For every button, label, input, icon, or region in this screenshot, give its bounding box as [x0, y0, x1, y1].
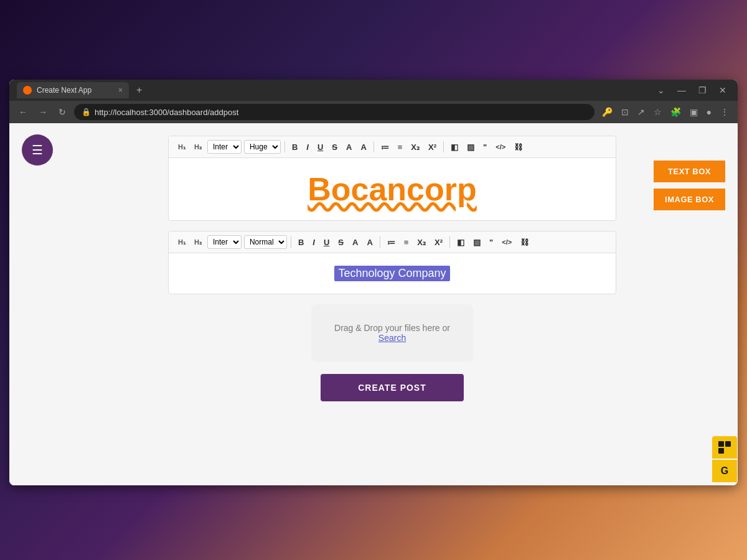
- bold-button-2[interactable]: B: [295, 236, 307, 248]
- strikethrough-button-1[interactable]: S: [329, 141, 341, 153]
- page-content: ☰ TEXT BOX IMAGE BOX H₁ H₂ Inter Huge: [9, 123, 738, 485]
- font-color-button-1[interactable]: A: [343, 141, 355, 153]
- blockquote-button-2[interactable]: ": [486, 236, 496, 248]
- drag-drop-search-link[interactable]: Search: [378, 333, 406, 343]
- browser-titlebar: Create Next App × + ⌄ — ❐ ✕: [9, 80, 738, 101]
- new-tab-btn[interactable]: +: [131, 85, 147, 96]
- bold-button-1[interactable]: B: [289, 141, 301, 153]
- subscript-button-2[interactable]: X₂: [414, 236, 429, 248]
- grid-icon: [718, 441, 731, 454]
- font-highlight-button-2[interactable]: A: [364, 236, 375, 248]
- title-editor-toolbar: H₁ H₂ Inter Huge B I U S A A ≔: [169, 136, 616, 158]
- window-minimize-btn[interactable]: —: [674, 84, 690, 96]
- letter-g-icon: G: [721, 465, 728, 477]
- title-editor-box: H₁ H₂ Inter Huge B I U S A A ≔: [168, 136, 616, 221]
- text-box-button[interactable]: TEXT BOX: [654, 161, 725, 182]
- font-select-2[interactable]: Inter: [207, 235, 242, 249]
- create-post-button[interactable]: CREATE POST: [321, 374, 464, 401]
- tab-close-btn[interactable]: ×: [118, 86, 123, 95]
- letter-widget-icon[interactable]: G: [712, 460, 737, 482]
- font-color-button-2[interactable]: A: [349, 236, 361, 248]
- italic-button-2[interactable]: I: [309, 236, 318, 248]
- window-close-btn[interactable]: ✕: [715, 84, 730, 96]
- refresh-button[interactable]: ↻: [55, 106, 69, 118]
- h1-button-1[interactable]: H₁: [175, 142, 189, 152]
- underline-button-2[interactable]: U: [321, 236, 332, 248]
- browser-window: Create Next App × + ⌄ — ❐ ✕ ← → ↻ 🔒 http…: [9, 80, 738, 485]
- h1-button-2[interactable]: H₁: [175, 237, 189, 248]
- font-select-1[interactable]: Inter: [207, 140, 242, 154]
- menu-icon[interactable]: ⋮: [718, 106, 731, 118]
- bottom-right-widgets: G: [712, 436, 737, 482]
- unordered-list-button-1[interactable]: ≡: [395, 141, 406, 153]
- password-icon[interactable]: 🔑: [599, 106, 615, 118]
- superscript-button-1[interactable]: X²: [425, 141, 439, 153]
- italic-button-1[interactable]: I: [303, 141, 312, 153]
- unordered-list-button-2[interactable]: ≡: [401, 236, 412, 248]
- code-button-1[interactable]: </>: [492, 142, 509, 152]
- code-button-2[interactable]: </>: [499, 237, 515, 247]
- browser-toolbar-icons: 🔑 ⊡ ↗ ☆ 🧩 ▣ ● ⋮: [599, 106, 731, 118]
- font-highlight-button-1[interactable]: A: [357, 141, 369, 153]
- url-text: http://localhost:3000/dashboard/addpost: [95, 108, 238, 117]
- sidebar-icon[interactable]: ▣: [687, 106, 700, 118]
- subtitle-editor-content[interactable]: Technology Company: [169, 253, 616, 294]
- image-box-button[interactable]: IMAGE BOX: [654, 189, 725, 210]
- browser-tab-active[interactable]: Create Next App ×: [17, 82, 129, 98]
- separator-6: [449, 236, 450, 248]
- align-right-button-1[interactable]: ▨: [464, 141, 477, 153]
- window-maximize-btn[interactable]: ❐: [695, 84, 710, 96]
- extensions-icon[interactable]: 🧩: [668, 106, 684, 118]
- ordered-list-button-1[interactable]: ≔: [378, 141, 392, 153]
- profile-icon[interactable]: ●: [704, 106, 714, 118]
- size-select-1[interactable]: Huge: [244, 140, 281, 154]
- hamburger-icon: ☰: [32, 142, 43, 157]
- technology-company-text: Technology Company: [334, 266, 449, 281]
- editor-container: H₁ H₂ Inter Huge B I U S A A ≔: [118, 136, 629, 401]
- align-left-button-2[interactable]: ◧: [454, 236, 467, 248]
- back-button[interactable]: ←: [16, 106, 31, 118]
- subtitle-editor-toolbar: H₁ H₂ Inter Normal B I U S A A: [169, 231, 616, 253]
- underline-button-1[interactable]: U: [314, 141, 326, 153]
- file-drop-area[interactable]: Drag & Drop your files here or Search: [311, 304, 473, 362]
- link-button-2[interactable]: ⛓: [517, 236, 532, 248]
- h2-button-2[interactable]: H₂: [191, 237, 205, 248]
- ordered-list-button-2[interactable]: ≔: [384, 236, 398, 248]
- bookmark-icon[interactable]: ☆: [651, 106, 664, 118]
- separator-5: [380, 236, 380, 248]
- bocancorp-title: Bocancorp: [308, 170, 477, 208]
- h2-button-1[interactable]: H₂: [191, 142, 205, 152]
- separator-3: [443, 141, 444, 152]
- forward-button[interactable]: →: [35, 106, 50, 118]
- address-bar[interactable]: 🔒 http://localhost:3000/dashboard/addpos…: [74, 104, 594, 120]
- superscript-button-2[interactable]: X²: [431, 236, 446, 248]
- share-icon[interactable]: ↗: [635, 106, 647, 118]
- subscript-button-1[interactable]: X₂: [408, 141, 423, 153]
- blockquote-button-1[interactable]: ": [480, 141, 490, 153]
- tab-title: Create Next App: [37, 86, 92, 95]
- separator-2: [374, 141, 374, 152]
- strikethrough-button-2[interactable]: S: [335, 236, 347, 248]
- separator-4: [291, 236, 291, 248]
- tab-group: Create Next App × +: [17, 82, 649, 98]
- window-controls: ⌄ — ❐ ✕: [654, 84, 730, 96]
- title-editor-content[interactable]: Bocancorp: [169, 158, 616, 220]
- link-button-1[interactable]: ⛓: [511, 141, 525, 153]
- browser-toolbar: ← → ↻ 🔒 http://localhost:3000/dashboard/…: [9, 101, 738, 123]
- tab-favicon: [23, 86, 32, 95]
- subtitle-editor-box: H₁ H₂ Inter Normal B I U S A A: [168, 231, 616, 294]
- hamburger-button[interactable]: ☰: [22, 134, 53, 166]
- drag-drop-text: Drag & Drop your files here or: [334, 323, 450, 333]
- separator-1: [284, 141, 285, 152]
- grid-widget-icon[interactable]: [712, 436, 737, 459]
- size-select-2[interactable]: Normal: [244, 235, 287, 249]
- window-collapse-btn[interactable]: ⌄: [654, 84, 669, 96]
- capture-icon[interactable]: ⊡: [619, 106, 631, 118]
- side-buttons-panel: TEXT BOX IMAGE BOX: [654, 161, 725, 210]
- align-left-button-1[interactable]: ◧: [448, 141, 461, 153]
- align-right-button-2[interactable]: ▨: [470, 236, 484, 248]
